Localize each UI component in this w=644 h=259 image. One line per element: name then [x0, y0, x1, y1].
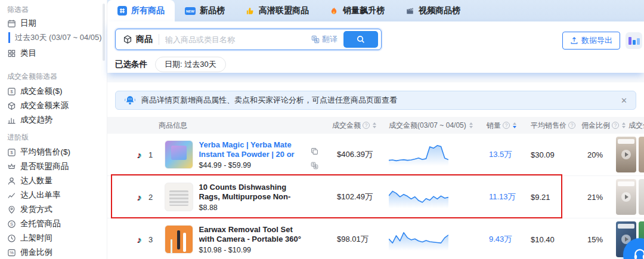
svg-text:S: S: [10, 221, 13, 227]
search-button[interactable]: [343, 31, 378, 48]
svg-text:NEW: NEW: [186, 10, 194, 13]
col-header-gmv-period[interactable]: 成交金额(03/07 ~ 04/05): [389, 121, 478, 131]
tab-bar: 所有商品 NEW 新品榜 高潜联盟商品 销量飙升榜 视频商品榜: [107, 0, 644, 21]
table-header: 商品信息 成交金额 ? 成交金额(03/07 ~ 04/05) 销量 ? 平均销…: [107, 117, 644, 134]
sidebar-item-creator-count[interactable]: 达人数量: [7, 175, 103, 186]
sidebar-item-creator-rate[interactable]: 达人出单率: [7, 190, 103, 201]
tab-all-products[interactable]: 所有商品: [107, 0, 175, 21]
new-badge-icon: NEW: [185, 7, 196, 15]
product-image[interactable]: [165, 225, 193, 254]
col-label: 销量: [487, 121, 501, 131]
sort-control[interactable]: [469, 122, 473, 128]
sidebar-item-label: 是否联盟商品: [20, 161, 69, 172]
sidebar-item-alliance[interactable]: 是否联盟商品: [7, 161, 103, 172]
category-grid-icon: [7, 49, 16, 58]
product-name-link[interactable]: Yerba Magic | Yerba Mate Instant Tea Pow…: [199, 140, 308, 159]
sidebar-item-fully-managed[interactable]: S 全托管商品: [7, 218, 103, 229]
tab-label: 视频商品榜: [419, 5, 460, 16]
sidebar-section-advanced: 进阶版: [7, 132, 103, 142]
sidebar-item-label: 成交趋势: [20, 115, 52, 125]
announcement-bell-icon: [124, 95, 136, 106]
tab-new-products[interactable]: NEW 新品榜: [175, 0, 235, 21]
rank-number: 1: [142, 150, 160, 159]
filter-sidebar: 筛选器 日期 过去30天 (03/07 ~ 04/05) 类目 成交金额筛选器 …: [0, 0, 107, 259]
tab-label: 新品榜: [200, 5, 225, 16]
sidebar-item-label: 达人数量: [20, 175, 52, 186]
sort-control-active[interactable]: [513, 122, 516, 128]
sidebar-item-shipping[interactable]: 发货方式: [7, 204, 103, 215]
export-label: 数据导出: [581, 35, 612, 46]
commission-value: 15%: [580, 235, 612, 244]
video-thumbnail[interactable]: [616, 137, 636, 172]
banner-close-icon[interactable]: ✕: [621, 96, 627, 105]
table-row[interactable]: ♪ 3 Earwax Removal Tool Set with Camera …: [107, 218, 644, 259]
info-icon[interactable]: ?: [363, 122, 370, 129]
col-header-sales[interactable]: 销量 ?: [478, 121, 529, 131]
table-row[interactable]: ♪ 1 Yerba Magic | Yerba Mate Instant Tea…: [107, 134, 644, 176]
date-range-value[interactable]: 过去30天 (03/07 ~ 04/05): [8, 32, 103, 43]
sidebar-item-gmv-source[interactable]: 成交金额来源: [7, 100, 103, 111]
tab-high-potential[interactable]: 高潜联盟商品: [235, 0, 319, 21]
product-name-link[interactable]: Earwax Removal Tool Set with Camera - Po…: [199, 225, 308, 244]
gmv-value: $102.49万: [332, 192, 389, 202]
translate-toggle[interactable]: 翻译: [311, 34, 338, 45]
sort-control[interactable]: [373, 122, 376, 128]
chart-view-button[interactable]: [626, 32, 642, 49]
sidebar-item-avg-price[interactable]: $ 平均销售价($): [7, 147, 103, 158]
info-icon[interactable]: ?: [568, 122, 575, 129]
sidebar-item-label: 成交金额来源: [20, 100, 69, 111]
table-panel: 商品详情页新增商品属性、卖点和买家评论分析，可点进任意商品页面查看 ✕ 商品信息…: [107, 82, 644, 259]
col-header-commission[interactable]: 佣金比例 ?: [580, 121, 626, 131]
flame-icon: [329, 6, 339, 16]
sidebar-item-date[interactable]: 日期: [7, 18, 103, 29]
sidebar-item-listing-time[interactable]: 上架时间: [7, 233, 103, 243]
info-icon[interactable]: ?: [612, 122, 619, 129]
video-thumbnail[interactable]: [616, 179, 636, 215]
upload-icon: [570, 36, 578, 45]
tab-video-products[interactable]: 视频商品榜: [395, 0, 470, 21]
search-scope[interactable]: 商品: [123, 34, 153, 45]
sidebar-scrollbar[interactable]: [103, 4, 105, 61]
sidebar-item-label: 类目: [20, 48, 36, 58]
sales-count-link[interactable]: 13.5万: [489, 150, 512, 159]
gmv-trend-sparkline: [389, 142, 478, 168]
translate-icon[interactable]: [311, 162, 318, 169]
info-icon[interactable]: ?: [503, 122, 510, 129]
sales-count-link[interactable]: 11.13万: [489, 192, 516, 201]
sales-count-link[interactable]: 9.43万: [489, 235, 512, 243]
rank-number: 3: [142, 235, 160, 244]
col-header-avg-price[interactable]: 平均销售价 ?: [529, 121, 580, 131]
video-thumbnail[interactable]: [639, 137, 644, 172]
product-image[interactable]: [165, 183, 193, 211]
search-input[interactable]: [165, 35, 311, 44]
video-thumbnail[interactable]: [639, 179, 644, 215]
bar: [633, 40, 636, 45]
bar: [637, 38, 640, 45]
sidebar-title: 筛选器: [7, 5, 103, 14]
sidebar-item-label: 佣金比例: [20, 247, 52, 258]
col-header-gmv[interactable]: 成交金额 ?: [332, 121, 389, 131]
headset-icon: [632, 247, 644, 259]
svg-text:$: $: [10, 89, 13, 94]
sidebar-item-label: 日期: [20, 18, 36, 29]
translate-label: 翻译: [322, 34, 338, 45]
product-name-link[interactable]: 10 Counts Dishwashing Rags, Multipurpose…: [199, 183, 308, 202]
product-image[interactable]: [165, 140, 193, 169]
table-row[interactable]: ♪ 2 10 Counts Dishwashing Rags, Multipur…: [107, 176, 644, 218]
data-export-button[interactable]: 数据导出: [562, 32, 620, 50]
sidebar-item-gmv-trend[interactable]: 成交趋势: [7, 115, 103, 125]
product-search-box: 商品 翻译: [115, 29, 382, 50]
gmv-value: $98.01万: [332, 234, 389, 245]
date-filter-pill[interactable]: 日期: 过去30天: [155, 57, 226, 72]
sidebar-item-commission[interactable]: % 佣金比例: [7, 247, 103, 258]
sidebar-item-label: 发货方式: [20, 204, 52, 215]
play-icon: [621, 192, 631, 202]
tab-sales-surge[interactable]: 销量飙升榜: [319, 0, 395, 21]
col-label: 佣金比例: [581, 121, 610, 131]
magnifier-icon: [356, 35, 366, 44]
copy-icon[interactable]: [311, 147, 318, 155]
col-header-top-video: 成交金额最高: [626, 121, 644, 131]
sidebar-item-gmv-amount[interactable]: $ 成交金额($): [7, 86, 103, 97]
sidebar-item-category[interactable]: 类目: [7, 48, 103, 58]
line-chart-icon: [7, 191, 16, 200]
